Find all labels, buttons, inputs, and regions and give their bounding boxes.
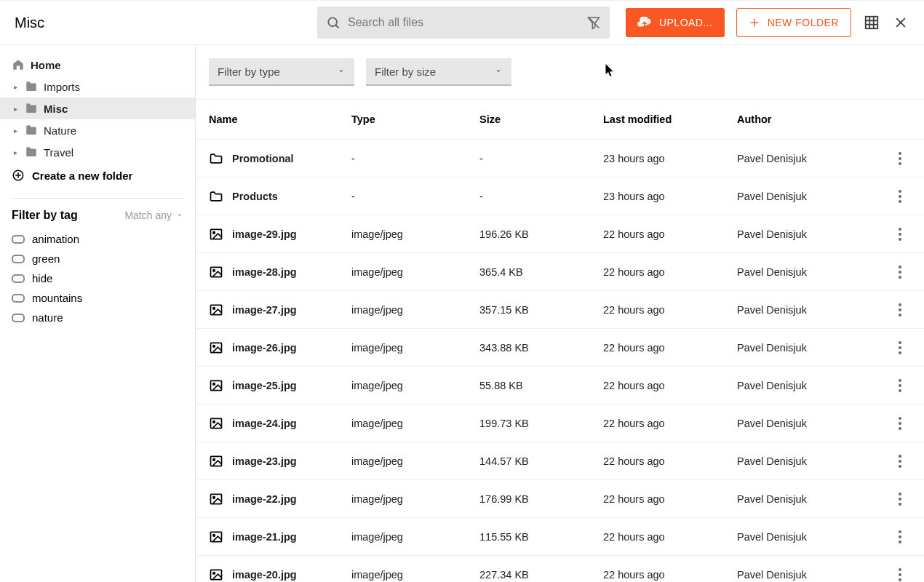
file-type: - — [351, 191, 479, 202]
sidebar-item-nature[interactable]: ▸ Nature — [0, 119, 195, 141]
col-header-author[interactable]: Author — [737, 113, 889, 125]
file-name: image-21.jpg — [232, 531, 297, 543]
sidebar-item-home[interactable]: Home — [0, 54, 195, 76]
search-icon — [326, 15, 340, 30]
svg-point-0 — [328, 17, 337, 26]
chevron-right-icon[interactable]: ▸ — [12, 127, 19, 134]
col-header-modified[interactable]: Last modified — [603, 113, 737, 125]
row-menu-button[interactable] — [889, 417, 911, 430]
file-modified: 22 hours ago — [603, 418, 737, 429]
tag-item-animation[interactable]: animation — [0, 229, 195, 249]
chevron-right-icon[interactable]: ▸ — [12, 148, 19, 156]
row-menu-button[interactable] — [889, 455, 911, 468]
search-field[interactable] — [317, 7, 610, 39]
upload-button[interactable]: UPLOAD... — [626, 8, 725, 37]
table-row[interactable]: Promotional - - 23 hours ago Pavel Denis… — [196, 140, 924, 178]
row-menu-button[interactable] — [889, 190, 911, 203]
folder-icon — [25, 80, 38, 93]
tag-item-nature[interactable]: nature — [0, 308, 195, 327]
svg-rect-30 — [211, 494, 222, 503]
file-size: 365.4 KB — [479, 266, 603, 278]
filter-by-tag-header: Filter by tag Match any — [0, 209, 195, 229]
chevron-right-icon[interactable]: ▸ — [12, 105, 19, 112]
create-new-folder-link[interactable]: Create a new folder — [0, 163, 195, 188]
file-type: image/jpeg — [351, 342, 479, 354]
file-author: Pavel Denisjuk — [737, 342, 889, 354]
svg-rect-28 — [211, 456, 222, 466]
sidebar-item-imports[interactable]: ▸ Imports — [0, 76, 195, 97]
image-icon — [209, 227, 223, 242]
file-type: image/jpeg — [351, 266, 479, 278]
new-folder-button[interactable]: NEW FOLDER — [736, 8, 851, 37]
col-header-name[interactable]: Name — [209, 113, 351, 125]
close-icon[interactable] — [892, 14, 909, 31]
file-modified: 22 hours ago — [603, 455, 737, 467]
table-row[interactable]: image-26.jpg image/jpeg 343.88 KB 22 hou… — [196, 329, 924, 367]
filter-type-dropdown[interactable]: Filter by type — [209, 58, 354, 86]
file-type: image/jpeg — [351, 418, 479, 429]
file-name: Products — [232, 191, 278, 202]
file-type: image/jpeg — [351, 455, 479, 467]
grid-view-icon[interactable] — [863, 14, 880, 31]
col-header-type[interactable]: Type — [351, 113, 479, 125]
table-row[interactable]: image-27.jpg image/jpeg 357.15 KB 22 hou… — [196, 291, 924, 329]
filter-size-dropdown[interactable]: Filter by size — [366, 58, 511, 86]
svg-point-21 — [213, 307, 215, 309]
header-actions: UPLOAD... NEW FOLDER — [626, 8, 909, 37]
image-icon — [209, 340, 223, 355]
table-row[interactable]: image-21.jpg image/jpeg 115.55 KB 22 hou… — [196, 518, 924, 556]
table-row[interactable]: image-28.jpg image/jpeg 365.4 KB 22 hour… — [196, 253, 924, 291]
row-menu-button[interactable] — [889, 493, 911, 506]
main-content: Filter by type Filter by size Name Type … — [195, 45, 924, 582]
file-author: Pavel Denisjuk — [737, 228, 889, 240]
file-size: - — [479, 153, 603, 164]
clear-filter-icon[interactable] — [586, 15, 601, 30]
file-size: 227.34 KB — [479, 569, 603, 581]
file-modified: 22 hours ago — [603, 569, 737, 581]
tag-item-hide[interactable]: hide — [0, 268, 195, 288]
table-row[interactable]: image-22.jpg image/jpeg 176.99 KB 22 hou… — [196, 480, 924, 518]
row-menu-button[interactable] — [889, 379, 911, 392]
file-name: image-26.jpg — [232, 342, 297, 354]
tag-icon — [12, 274, 25, 283]
col-header-size[interactable]: Size — [479, 113, 603, 125]
svg-point-33 — [213, 534, 215, 536]
file-size: 196.26 KB — [479, 228, 603, 240]
file-type: image/jpeg — [351, 228, 479, 240]
sidebar-item-travel[interactable]: ▸ Travel — [0, 141, 195, 163]
image-icon — [209, 265, 223, 279]
table-header-row: Name Type Size Last modified Author — [196, 99, 924, 140]
table-row[interactable]: image-20.jpg image/jpeg 227.34 KB 22 hou… — [196, 556, 924, 582]
table-row[interactable]: Products - - 23 hours ago Pavel Denisjuk — [196, 178, 924, 215]
tag-item-green[interactable]: green — [0, 249, 195, 268]
row-menu-button[interactable] — [889, 303, 911, 316]
image-icon — [209, 454, 223, 469]
tag-match-select[interactable]: Match any — [124, 210, 183, 221]
tag-icon — [12, 314, 25, 322]
table-row[interactable]: image-23.jpg image/jpeg 144.57 KB 22 hou… — [196, 442, 924, 480]
file-author: Pavel Denisjuk — [737, 531, 889, 543]
row-menu-button[interactable] — [889, 152, 911, 165]
chevron-right-icon[interactable]: ▸ — [12, 83, 19, 90]
sidebar-item-misc[interactable]: ▸ Misc — [0, 97, 195, 119]
file-modified: 22 hours ago — [603, 266, 737, 278]
row-menu-button[interactable] — [889, 530, 911, 543]
svg-point-17 — [213, 231, 215, 234]
file-modified: 23 hours ago — [603, 191, 737, 202]
row-menu-button[interactable] — [889, 341, 911, 354]
tag-item-mountains[interactable]: mountains — [0, 288, 195, 308]
file-type: image/jpeg — [351, 380, 479, 391]
file-size: 55.88 KB — [479, 380, 603, 391]
image-icon — [209, 492, 223, 506]
cloud-upload-icon — [637, 17, 652, 28]
row-menu-button[interactable] — [889, 228, 911, 241]
search-input[interactable] — [348, 16, 586, 29]
table-row[interactable]: image-29.jpg image/jpeg 196.26 KB 22 hou… — [196, 215, 924, 253]
row-menu-button[interactable] — [889, 266, 911, 279]
table-row[interactable]: image-24.jpg image/jpeg 199.73 KB 22 hou… — [196, 404, 924, 442]
file-name: image-22.jpg — [232, 493, 297, 505]
chevron-down-icon — [494, 67, 503, 76]
row-menu-button[interactable] — [889, 568, 911, 581]
table-row[interactable]: image-25.jpg image/jpeg 55.88 KB 22 hour… — [196, 367, 924, 404]
file-size: 144.57 KB — [479, 455, 603, 467]
